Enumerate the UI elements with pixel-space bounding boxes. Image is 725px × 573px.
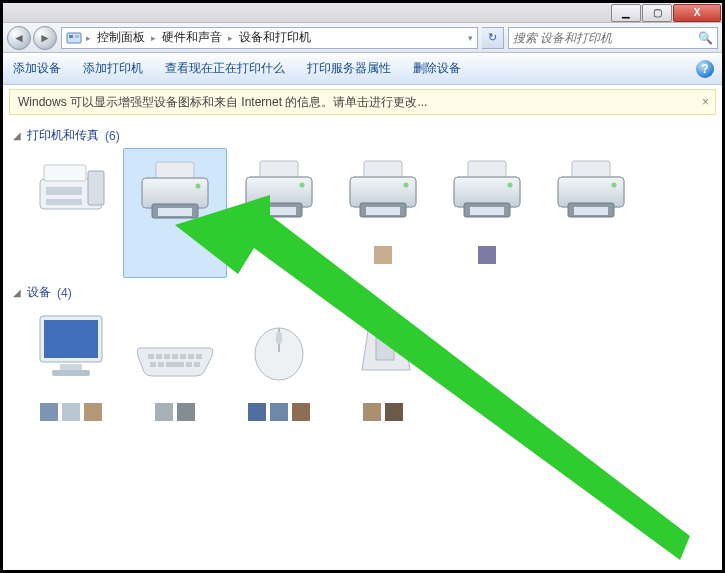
device-item[interactable]: [123, 305, 227, 445]
printers-row: ✓: [19, 148, 712, 278]
forward-button[interactable]: ►: [33, 26, 57, 50]
color-swatch: [155, 403, 173, 421]
refresh-button[interactable]: ↻: [482, 27, 504, 49]
breadcrumb-item[interactable]: 硬件和声音: [160, 29, 224, 46]
device-item[interactable]: [331, 305, 435, 445]
close-button[interactable]: X: [673, 4, 721, 22]
color-swatch: [385, 403, 403, 421]
svg-rect-36: [574, 207, 608, 215]
svg-rect-2: [75, 35, 79, 38]
svg-rect-41: [52, 370, 90, 376]
titlebar: ▁ ▢ X: [3, 3, 722, 23]
search-input[interactable]: [513, 31, 694, 45]
color-swatch: [177, 403, 195, 421]
collapse-icon: ◢: [13, 130, 21, 141]
nav-arrows: ◄ ►: [7, 26, 57, 50]
printer-icon: [131, 155, 219, 227]
svg-rect-45: [172, 354, 178, 359]
printer-item[interactable]: ✓: [227, 148, 331, 278]
address-bar[interactable]: ▸ 控制面板 ▸ 硬件和声音 ▸ 设备和打印机 ▾: [61, 27, 478, 49]
arrow-left-icon: ◄: [13, 31, 25, 45]
printer-item[interactable]: [123, 148, 227, 278]
svg-point-19: [300, 183, 305, 188]
printer-item[interactable]: [435, 148, 539, 278]
color-swatch: [84, 403, 102, 421]
drive-icon: [339, 311, 427, 383]
maximize-button[interactable]: ▢: [642, 4, 672, 22]
svg-rect-32: [572, 161, 610, 179]
see-printing-button[interactable]: 查看现在正在打印什么: [165, 60, 285, 77]
device-item[interactable]: [19, 305, 123, 445]
svg-rect-56: [376, 338, 394, 360]
window: ▁ ▢ X ◄ ► ▸ 控制面板 ▸ 硬件和声音 ▸ 设备和打印机 ▾ ↻ 🔍: [0, 0, 725, 573]
group-label: 打印机和传真: [27, 127, 99, 144]
navbar: ◄ ► ▸ 控制面板 ▸ 硬件和声音 ▸ 设备和打印机 ▾ ↻ 🔍: [3, 23, 722, 53]
group-count: (6): [105, 129, 120, 143]
svg-rect-47: [188, 354, 194, 359]
device-item[interactable]: [227, 305, 331, 445]
svg-rect-18: [262, 207, 296, 215]
svg-rect-6: [46, 187, 82, 195]
svg-rect-7: [46, 199, 82, 205]
svg-rect-49: [150, 362, 156, 367]
help-icon[interactable]: ?: [696, 60, 714, 78]
breadcrumb-item[interactable]: 控制面板: [95, 29, 147, 46]
arrow-right-icon: ►: [39, 31, 51, 45]
svg-point-31: [508, 183, 513, 188]
color-swatches: [155, 403, 195, 421]
keyboard-icon: [131, 311, 219, 383]
search-box[interactable]: 🔍: [508, 27, 718, 49]
command-bar: 添加设备 添加打印机 查看现在正在打印什么 打印服务器属性 删除设备 ?: [3, 53, 722, 85]
server-properties-button[interactable]: 打印服务器属性: [307, 60, 391, 77]
svg-rect-20: [364, 161, 402, 179]
info-bar-text: Windows 可以显示增强型设备图标和来自 Internet 的信息。请单击进…: [18, 94, 427, 111]
color-swatches: [478, 246, 496, 264]
group-label: 设备: [27, 284, 51, 301]
minimize-button[interactable]: ▁: [611, 4, 641, 22]
info-bar-close-icon[interactable]: ×: [702, 95, 709, 109]
svg-rect-12: [158, 208, 192, 216]
svg-rect-30: [470, 207, 504, 215]
svg-point-37: [612, 183, 617, 188]
dropdown-icon[interactable]: ▾: [468, 33, 473, 43]
svg-point-25: [404, 183, 409, 188]
svg-rect-50: [158, 362, 164, 367]
svg-rect-44: [164, 354, 170, 359]
group-header-printers[interactable]: ◢ 打印机和传真 (6): [13, 127, 712, 144]
group-header-devices[interactable]: ◢ 设备 (4): [13, 284, 712, 301]
color-swatches: [363, 403, 403, 421]
printer-icon: ✓: [235, 154, 323, 226]
svg-rect-1: [69, 35, 73, 38]
info-bar[interactable]: Windows 可以显示增强型设备图标和来自 Internet 的信息。请单击进…: [9, 89, 716, 115]
svg-rect-8: [156, 162, 194, 180]
group-count: (4): [57, 286, 72, 300]
fax-icon: [27, 154, 115, 226]
monitor-icon: [27, 311, 115, 383]
printer-item[interactable]: [331, 148, 435, 278]
default-check-icon: ✓: [241, 204, 261, 224]
svg-rect-42: [148, 354, 154, 359]
close-icon: X: [694, 7, 701, 18]
svg-rect-39: [44, 320, 98, 358]
remove-device-button[interactable]: 删除设备: [413, 60, 461, 77]
printer-item[interactable]: [539, 148, 643, 278]
color-swatches: [374, 246, 392, 264]
back-button[interactable]: ◄: [7, 26, 31, 50]
add-device-button[interactable]: 添加设备: [13, 60, 61, 77]
printer-icon: [547, 154, 635, 226]
add-printer-button[interactable]: 添加打印机: [83, 60, 143, 77]
svg-rect-14: [260, 161, 298, 179]
svg-rect-52: [186, 362, 192, 367]
svg-rect-53: [194, 362, 200, 367]
color-swatches: [248, 403, 310, 421]
printer-icon: [339, 154, 427, 226]
breadcrumb-item[interactable]: 设备和打印机: [237, 29, 313, 46]
svg-rect-4: [44, 165, 86, 181]
svg-rect-51: [166, 362, 184, 367]
breadcrumb-sep-icon: ▸: [228, 33, 233, 43]
printer-item[interactable]: [19, 148, 123, 278]
minimize-icon: ▁: [622, 7, 630, 18]
color-swatch: [62, 403, 80, 421]
collapse-icon: ◢: [13, 287, 21, 298]
color-swatch: [40, 403, 58, 421]
